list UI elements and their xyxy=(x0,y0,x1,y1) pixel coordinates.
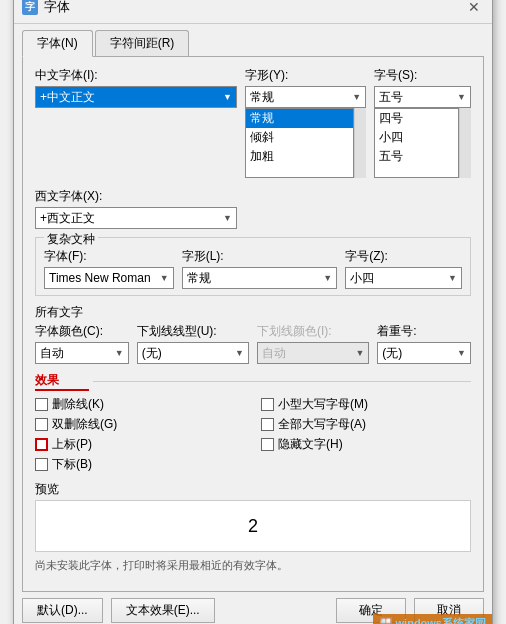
superscript-label: 上标(P) xyxy=(52,436,92,453)
complex-font-arrow: ▼ xyxy=(160,273,169,283)
preview-text: 2 xyxy=(248,516,258,537)
west-font-section: +西文正文 ▼ xyxy=(35,207,471,229)
complex-row: 字体(F): Times New Roman ▼ 字形(L): 常规 ▼ 字号(… xyxy=(44,248,462,289)
title-bar: 字 字体 ✕ xyxy=(14,0,492,24)
double-strike-checkbox[interactable] xyxy=(35,418,48,431)
style-arrow: ▼ xyxy=(352,92,361,102)
underline-color-col: 下划线颜色(I): 自动 ▼ xyxy=(257,323,369,364)
effect-all-caps: 全部大写字母(A) xyxy=(261,416,471,433)
font-color-label: 字体颜色(C): xyxy=(35,323,129,340)
complex-size-col: 字号(Z): 小四 ▼ xyxy=(345,248,462,289)
effects-header: 效果 xyxy=(35,372,471,391)
subscript-checkbox[interactable] xyxy=(35,458,48,471)
list-item[interactable]: 五号 xyxy=(375,147,458,166)
west-font-row: 西文字体(X): +西文正文 ▼ xyxy=(35,188,471,229)
all-text-row: 字体颜色(C): 自动 ▼ 下划线线型(U): (无) ▼ 下划线颜色(I): xyxy=(35,323,471,364)
effect-subscript: 下标(B) xyxy=(35,456,245,473)
zh-font-select[interactable]: +中文正文 ▼ xyxy=(35,86,237,108)
app-icon: 字 xyxy=(22,0,38,15)
style-scrollbar[interactable] xyxy=(354,108,366,178)
complex-size-arrow: ▼ xyxy=(448,273,457,283)
effect-small-caps: 小型大写字母(M) xyxy=(261,396,471,413)
small-caps-checkbox[interactable] xyxy=(261,398,274,411)
effect-hidden: 隐藏文字(H) xyxy=(261,436,471,453)
font-color-col: 字体颜色(C): 自动 ▼ xyxy=(35,323,129,364)
watermark-icon: 🪟 xyxy=(379,617,393,624)
complex-size-label: 字号(Z): xyxy=(345,248,462,265)
all-caps-label: 全部大写字母(A) xyxy=(278,416,366,433)
close-button[interactable]: ✕ xyxy=(464,0,484,17)
top-font-section: 中文字体(I): +中文正文 ▼ 字形(Y): 常规 ▼ 常规 倾斜 加粗 xyxy=(35,67,471,178)
tab-content: 中文字体(I): +中文正文 ▼ 字形(Y): 常规 ▼ 常规 倾斜 加粗 xyxy=(22,56,484,592)
west-font-arrow: ▼ xyxy=(223,213,232,223)
style-col: 字形(Y): 常规 ▼ 常规 倾斜 加粗 xyxy=(245,67,366,178)
bottom-buttons: 默认(D)... 文本效果(E)... 确定 取消 🪟 windows系统家园 xyxy=(14,592,492,624)
style-select[interactable]: 常规 ▼ xyxy=(245,86,366,108)
list-item[interactable]: 四号 xyxy=(375,109,458,128)
size-select[interactable]: 五号 ▼ xyxy=(374,86,471,108)
watermark-text: windows系统家园 xyxy=(396,616,486,624)
complex-font-col: 字体(F): Times New Roman ▼ xyxy=(44,248,174,289)
effect-superscript: 上标(P) xyxy=(35,436,245,453)
strikethrough-checkbox[interactable] xyxy=(35,398,48,411)
underline-type-col: 下划线线型(U): (无) ▼ xyxy=(137,323,249,364)
complex-style-label: 字形(L): xyxy=(182,248,338,265)
list-item[interactable]: 倾斜 xyxy=(246,128,353,147)
complex-font-label: 字体(F): xyxy=(44,248,174,265)
underline-type-select[interactable]: (无) ▼ xyxy=(137,342,249,364)
complex-font-select[interactable]: Times New Roman ▼ xyxy=(44,267,174,289)
default-button[interactable]: 默认(D)... xyxy=(22,598,103,623)
preview-label: 预览 xyxy=(35,481,471,498)
hidden-checkbox[interactable] xyxy=(261,438,274,451)
complex-size-select[interactable]: 小四 ▼ xyxy=(345,267,462,289)
underline-color-arrow: ▼ xyxy=(355,348,364,358)
effects-grid: 删除线(K) 小型大写字母(M) 双删除线(G) 全部大写字母(A) xyxy=(35,396,471,473)
size-arrow: ▼ xyxy=(457,92,466,102)
underline-color-select[interactable]: 自动 ▼ xyxy=(257,342,369,364)
effects-title: 效果 xyxy=(35,372,89,391)
complex-style-select[interactable]: 常规 ▼ xyxy=(182,267,338,289)
effects-section: 效果 删除线(K) 小型大写字母(M) 双删除线(G) xyxy=(35,372,471,473)
subscript-label: 下标(B) xyxy=(52,456,92,473)
preview-box: 2 xyxy=(35,500,471,552)
title-bar-left: 字 字体 xyxy=(22,0,70,16)
effect-strikethrough: 删除线(K) xyxy=(35,396,245,413)
underline-type-label: 下划线线型(U): xyxy=(137,323,249,340)
all-text-section: 所有文字 字体颜色(C): 自动 ▼ 下划线线型(U): (无) ▼ xyxy=(35,304,471,364)
west-font-label: 西文字体(X): xyxy=(35,188,471,205)
west-size-spacer xyxy=(374,207,471,229)
list-item[interactable]: 常规 xyxy=(246,109,353,128)
font-color-select[interactable]: 自动 ▼ xyxy=(35,342,129,364)
style-label: 字形(Y): xyxy=(245,67,366,84)
double-strike-label: 双删除线(G) xyxy=(52,416,117,433)
complex-style-arrow: ▼ xyxy=(323,273,332,283)
size-list-container: 四号 小四 五号 xyxy=(374,108,471,178)
all-caps-checkbox[interactable] xyxy=(261,418,274,431)
size-label: 字号(S): xyxy=(374,67,471,84)
underline-color-label: 下划线颜色(I): xyxy=(257,323,369,340)
complex-section: 复杂文种 字体(F): Times New Roman ▼ 字形(L): 常规 … xyxy=(35,237,471,296)
text-effect-button[interactable]: 文本效果(E)... xyxy=(111,598,215,623)
list-item[interactable]: 小四 xyxy=(375,128,458,147)
west-font-col: +西文正文 ▼ xyxy=(35,207,237,229)
emphasis-label: 着重号: xyxy=(377,323,471,340)
superscript-checkbox[interactable] xyxy=(35,438,48,451)
style-list[interactable]: 常规 倾斜 加粗 xyxy=(245,108,354,178)
size-col: 字号(S): 五号 ▼ 四号 小四 五号 xyxy=(374,67,471,178)
tab-spacing[interactable]: 字符间距(R) xyxy=(95,30,190,56)
preview-section: 预览 2 xyxy=(35,481,471,552)
size-list[interactable]: 四号 小四 五号 xyxy=(374,108,459,178)
emphasis-select[interactable]: (无) ▼ xyxy=(377,342,471,364)
hidden-label: 隐藏文字(H) xyxy=(278,436,343,453)
west-font-select[interactable]: +西文正文 ▼ xyxy=(35,207,237,229)
effect-double-strike: 双删除线(G) xyxy=(35,416,245,433)
tab-font[interactable]: 字体(N) xyxy=(22,30,93,57)
list-item[interactable]: 加粗 xyxy=(246,147,353,166)
spacer xyxy=(223,598,328,623)
size-scrollbar[interactable] xyxy=(459,108,471,178)
dialog-title: 字体 xyxy=(44,0,70,16)
all-text-title: 所有文字 xyxy=(35,304,471,321)
title-controls: ✕ xyxy=(464,0,484,17)
watermark: 🪟 windows系统家园 xyxy=(373,614,492,624)
underline-type-arrow: ▼ xyxy=(235,348,244,358)
